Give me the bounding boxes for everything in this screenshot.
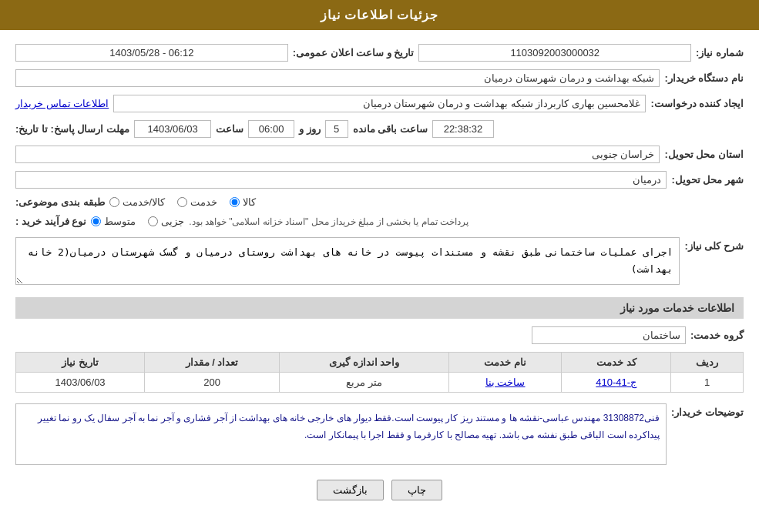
category-option-kala[interactable]: کالا [230, 196, 256, 208]
col-header-date: تاریخ نیاز [16, 353, 145, 373]
process-label: نوع فرآیند خرید : [15, 216, 86, 227]
send-time-label: ساعت [216, 123, 243, 135]
process-option-motavasset[interactable]: متوسط [91, 216, 136, 227]
category-radio-khedmat[interactable] [177, 197, 187, 207]
send-day-label: روز و [299, 123, 321, 135]
table-row: 1 ج-41-410 ساخت بنا متر مربع 200 1403/06… [16, 373, 744, 393]
button-row: چاپ بازگشت [15, 480, 744, 500]
print-button[interactable]: چاپ [391, 480, 442, 500]
cell-date: 1403/06/03 [16, 373, 145, 393]
creator-label: ایجاد کننده درخواست: [650, 98, 744, 109]
process-note: پرداخت تمام یا بخشی از مبلغ خریداز محل "… [189, 216, 468, 227]
creator-value: غلامحسین بهاری کاربرداز شبکه بهداشت و در… [113, 95, 646, 112]
services-table: ردیف کد خدمت نام خدمت واحد اندازه گیری ت… [15, 352, 744, 393]
contact-link[interactable]: اطلاعات تماس خریدار [15, 98, 109, 109]
page-header: جزئیات اطلاعات نیاز [0, 0, 759, 30]
page-title: جزئیات اطلاعات نیاز [321, 8, 439, 22]
send-date-value: 1403/06/03 [134, 120, 211, 138]
cell-name: ساخت بنا [449, 373, 562, 393]
cell-row: 1 [671, 373, 744, 393]
col-header-qty: تعداد / مقدار [145, 353, 280, 373]
col-header-unit: واحد اندازه گیری [279, 353, 448, 373]
category-label-khedmat: خدمت [190, 196, 217, 208]
category-radio-kala[interactable] [230, 197, 240, 207]
need-number-label: شماره نیاز: [696, 47, 744, 59]
announce-value: 1403/05/28 - 06:12 [15, 44, 288, 62]
service-group-value: ساختمان [532, 326, 686, 344]
city-label: شهر محل تحویل: [671, 174, 744, 186]
category-radio-kala-khedmat[interactable] [109, 197, 119, 207]
description-label: شرح کلی نیاز: [684, 237, 744, 252]
announce-label: تاریخ و ساعت اعلان عمومی: [293, 47, 415, 59]
cell-code: ج-41-410 [562, 373, 671, 393]
cell-qty: 200 [145, 373, 280, 393]
city-value: درمیان [15, 171, 667, 189]
buyer-org-value: شبکه بهداشت و درمان شهرستان درمیان [15, 69, 660, 87]
province-value: خراسان جنوبی [15, 146, 660, 163]
category-option-kala-khedmat[interactable]: کالا/خدمت [109, 196, 166, 208]
send-time-value: 06:00 [248, 120, 294, 138]
process-label-jozii: جزیی [161, 216, 184, 227]
category-label-kala-khedmat: کالا/خدمت [123, 196, 166, 208]
send-date-label: مهلت ارسال پاسخ: تا تاریخ: [15, 123, 129, 135]
category-label-kala: کالا [243, 196, 256, 208]
buyer-notes-label: توضیحات خریدار: [671, 403, 744, 418]
col-header-row: ردیف [671, 353, 744, 373]
description-textarea[interactable] [15, 237, 680, 285]
remaining-label: ساعت باقی مانده [353, 123, 428, 135]
process-radio-jozii[interactable] [148, 216, 158, 226]
col-header-name: نام خدمت [449, 353, 562, 373]
send-day-value: 5 [325, 120, 348, 138]
process-radio-group: متوسط جزیی [91, 216, 184, 227]
remaining-value: 22:38:32 [432, 120, 494, 138]
category-radio-group: کالا/خدمت خدمت کالا [109, 196, 257, 208]
back-button[interactable]: بازگشت [317, 480, 384, 500]
service-group-label: گروه خدمت: [690, 330, 744, 341]
process-option-jozii[interactable]: جزیی [148, 216, 184, 227]
process-radio-motavasset[interactable] [91, 216, 101, 226]
main-content: شماره نیاز: 1103092003000032 تاریخ و ساع… [0, 30, 759, 524]
need-number-value: 1103092003000032 [418, 44, 691, 62]
buyer-notes-value: فنی31308872 مهندس عباسی-نقشه ها و مستند … [15, 403, 667, 465]
col-header-code: کد خدمت [562, 353, 671, 373]
cell-unit: متر مربع [279, 373, 448, 393]
page-wrapper: جزئیات اطلاعات نیاز شماره نیاز: 11030920… [0, 0, 759, 532]
category-label: طبقه بندی موضوعی: [15, 196, 105, 208]
buyer-org-label: نام دستگاه خریدار: [664, 72, 744, 84]
province-label: استان محل تحویل: [664, 149, 744, 160]
category-option-khedmat[interactable]: خدمت [177, 196, 217, 208]
services-section-title: اطلاعات خدمات مورد نیاز [15, 297, 744, 319]
process-label-motavasset: متوسط [104, 216, 136, 227]
